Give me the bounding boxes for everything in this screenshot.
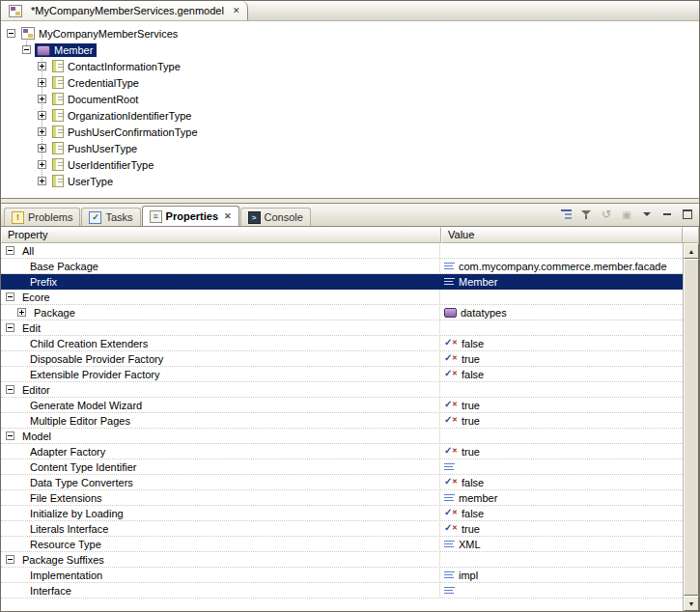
property-value-cell[interactable]	[440, 459, 683, 474]
property-value-cell[interactable]: false	[440, 475, 683, 489]
property-value-cell[interactable]: impl	[440, 568, 683, 582]
column-header-value[interactable]: Value	[441, 227, 683, 243]
tree-item-pushusertype[interactable]: PushUserType	[1, 140, 699, 156]
collapse-icon[interactable]	[6, 292, 14, 301]
property-row-resource-type[interactable]: Resource TypeXML	[1, 537, 683, 552]
property-value-cell[interactable]	[440, 583, 683, 598]
property-value-cell[interactable]: true	[440, 351, 683, 366]
property-name: Resource Type	[30, 539, 101, 550]
property-row-adapter-factory[interactable]: Adapter Factorytrue	[1, 444, 683, 459]
property-value-cell[interactable]: false	[440, 367, 683, 381]
collapse-icon[interactable]	[6, 385, 14, 394]
property-value-cell[interactable]: member	[440, 490, 683, 505]
text-value-icon	[444, 570, 455, 580]
property-row-package[interactable]: Packagedatatypes	[1, 305, 683, 320]
tree-item-label: UserIdentifierType	[68, 159, 154, 171]
tree-item-pushuserconfirmationtype[interactable]: PushUserConfirmationType	[1, 124, 699, 140]
collapse-icon[interactable]	[6, 323, 14, 332]
tree-item-mycompanymemberservices[interactable]: MyCompanyMemberServices	[1, 25, 699, 42]
property-value-cell[interactable]: true	[440, 398, 683, 412]
property-value-cell[interactable]	[440, 320, 683, 335]
category-row-model[interactable]: Model	[1, 429, 683, 444]
expand-icon[interactable]	[38, 160, 46, 169]
tree-item-organizationidentifiertype[interactable]: OrganizationIdentifierType	[1, 107, 699, 124]
restore-default-icon[interactable]	[598, 207, 615, 222]
collapse-icon[interactable]	[6, 555, 14, 564]
property-row-disposable-provider-factory[interactable]: Disposable Provider Factorytrue	[1, 351, 683, 367]
property-value-cell[interactable]: XML	[440, 537, 683, 551]
editor-tab-close-icon[interactable]: ✕	[233, 6, 240, 15]
column-header-property[interactable]: Property	[1, 227, 441, 243]
property-value-cell[interactable]: com.mycompany.commerce.member.facade	[440, 259, 683, 273]
property-name-cell: Prefix	[1, 274, 440, 289]
property-row-prefix[interactable]: PrefixMember	[1, 274, 683, 290]
tree-item-member[interactable]: Member	[1, 42, 699, 58]
scrollbar-thumb[interactable]	[684, 259, 699, 596]
tab-close-icon[interactable]: ✕	[224, 211, 232, 221]
tree-item-documentroot[interactable]: DocumentRoot	[1, 91, 699, 107]
tree-item-useridentifiertype[interactable]: UserIdentifierType	[1, 156, 699, 173]
tab-properties[interactable]: Properties✕	[142, 206, 239, 226]
collapse-icon[interactable]	[7, 29, 15, 38]
category-row-editor[interactable]: Editor	[1, 382, 683, 398]
property-row-interface[interactable]: Interface	[1, 583, 683, 598]
property-value-cell[interactable]: Member	[440, 274, 683, 289]
property-name-cell: Literals Interface	[1, 521, 440, 536]
property-value-cell[interactable]: true	[440, 444, 683, 459]
genmodel-icon	[21, 27, 35, 40]
vertical-scrollbar[interactable]: ▲ ▼	[683, 243, 699, 611]
category-row-all[interactable]: All	[1, 243, 683, 259]
property-value-cell[interactable]: datatypes	[440, 305, 683, 320]
property-value-cell[interactable]: false	[440, 336, 683, 350]
tree-item-contactinformationtype[interactable]: ContactInformationType	[1, 58, 699, 74]
property-row-initialize-by-loading[interactable]: Initialize by Loadingfalse	[1, 506, 683, 521]
collapse-icon[interactable]	[6, 246, 14, 255]
property-row-generate-model-wizard[interactable]: Generate Model Wizardtrue	[1, 398, 683, 413]
category-row-edit[interactable]: Edit	[1, 320, 683, 336]
expand-icon[interactable]	[38, 127, 46, 136]
show-advanced-icon[interactable]	[577, 207, 595, 222]
pin-view-icon[interactable]	[618, 207, 635, 222]
property-row-implementation[interactable]: Implementationimpl	[1, 568, 683, 583]
property-row-literals-interface[interactable]: Literals Interfacetrue	[1, 521, 683, 537]
tab-tasks[interactable]: Tasks	[81, 208, 140, 226]
property-row-multiple-editor-pages[interactable]: Multiple Editor Pagestrue	[1, 413, 683, 429]
property-row-file-extensions[interactable]: File Extensionsmember	[1, 490, 683, 506]
collapse-icon[interactable]	[6, 431, 14, 440]
editor-tab-genmodel[interactable]: *MyCompanyMemberServices.genmodel ✕	[1, 1, 248, 20]
property-row-base-package[interactable]: Base Packagecom.mycompany.commerce.membe…	[1, 259, 683, 274]
property-value-cell[interactable]: true	[440, 413, 683, 428]
property-value-cell[interactable]: false	[440, 506, 683, 520]
property-value-cell[interactable]	[440, 552, 683, 567]
expand-icon[interactable]	[38, 78, 46, 87]
property-row-child-creation-extenders[interactable]: Child Creation Extendersfalse	[1, 336, 683, 351]
collapse-icon[interactable]	[22, 45, 31, 54]
tree-item-credentialtype[interactable]: CredentialType	[1, 74, 699, 91]
tab-console[interactable]: Console	[240, 208, 311, 226]
expand-icon[interactable]	[38, 62, 46, 70]
property-row-extensible-provider-factory[interactable]: Extensible Provider Factoryfalse	[1, 367, 683, 382]
tab-problems[interactable]: Problems	[4, 208, 80, 226]
property-value-cell[interactable]	[440, 382, 683, 397]
view-menu-icon[interactable]	[638, 207, 656, 222]
property-value-cell[interactable]: true	[440, 521, 683, 536]
tree-item-selection: ContactInformationType	[50, 59, 184, 73]
expand-icon[interactable]	[38, 177, 46, 185]
minimize-icon[interactable]	[658, 207, 676, 222]
property-row-content-type-identifier[interactable]: Content Type Identifier	[1, 459, 683, 475]
scroll-down-icon[interactable]: ▼	[684, 596, 699, 611]
expand-icon[interactable]	[38, 144, 46, 153]
property-value-cell[interactable]	[440, 290, 683, 304]
property-row-data-type-converters[interactable]: Data Type Convertersfalse	[1, 475, 683, 490]
expand-icon[interactable]	[17, 308, 26, 317]
tree-item-usertype[interactable]: UserType	[1, 173, 699, 189]
scroll-up-icon[interactable]: ▲	[684, 243, 699, 259]
category-row-package-suffixes[interactable]: Package Suffixes	[1, 552, 683, 568]
show-categories-icon[interactable]	[557, 207, 574, 222]
maximize-icon[interactable]	[679, 207, 696, 222]
expand-icon[interactable]	[38, 95, 46, 103]
category-row-ecore[interactable]: Ecore	[1, 290, 683, 305]
property-value-cell[interactable]	[440, 243, 683, 258]
property-value-cell[interactable]	[440, 429, 683, 443]
expand-icon[interactable]	[38, 111, 46, 120]
